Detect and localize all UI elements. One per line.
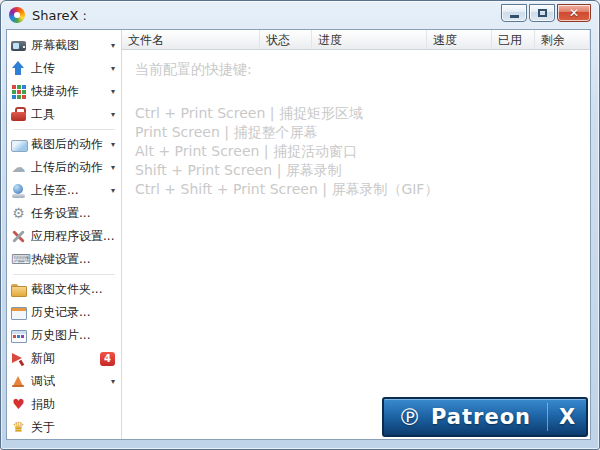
maximize-icon — [538, 9, 547, 17]
column-header[interactable]: 速度 — [427, 30, 492, 49]
hotkey-line: Ctrl + Print Screen | 捕捉矩形区域 — [135, 104, 590, 123]
sidebar-item-label: 任务设置... — [31, 205, 90, 222]
client-area: 屏幕截图▾上传▾快捷动作▾工具▾截图后的动作▾☁上传后的动作▾上传至...▾⚙任… — [6, 29, 591, 440]
hotkey-line: Print Screen | 捕捉整个屏幕 — [135, 123, 590, 142]
sidebar-item-upload[interactable]: 上传▾ — [7, 57, 121, 80]
column-header[interactable]: 已用 — [492, 30, 535, 49]
sidebar-item-label: 捐助 — [31, 396, 55, 413]
sidebar-item-quick-actions[interactable]: 快捷动作▾ — [7, 80, 121, 103]
patreon-banner[interactable]: ℗ Patreon X — [382, 397, 588, 437]
upload-icon — [11, 61, 26, 76]
window-title: ShareX : — [32, 8, 87, 23]
sidebar-item-news[interactable]: 新闻4 — [7, 347, 121, 370]
sidebar-item-app-settings[interactable]: 应用程序设置... — [7, 225, 121, 248]
maximize-button[interactable] — [529, 4, 555, 22]
debug-icon — [11, 374, 26, 389]
after-capture-icon — [11, 137, 26, 152]
history-icon — [11, 305, 26, 320]
hotkey-line: Shift + Print Screen | 屏幕录制 — [135, 161, 590, 180]
sidebar-item-label: 工具 — [31, 106, 55, 123]
toolbox-icon — [11, 107, 26, 122]
sidebar-item-label: 热键设置... — [31, 251, 90, 268]
news-icon — [11, 351, 26, 366]
sidebar-item-screen-capture[interactable]: 屏幕截图▾ — [7, 34, 121, 57]
sidebar-item-label: 上传后的动作 — [31, 159, 103, 176]
chevron-down-icon: ▾ — [111, 140, 115, 149]
sidebar-item-after-capture[interactable]: 截图后的动作▾ — [7, 133, 121, 156]
sidebar-item-label: 上传 — [31, 60, 55, 77]
sidebar: 屏幕截图▾上传▾快捷动作▾工具▾截图后的动作▾☁上传后的动作▾上传至...▾⚙任… — [7, 30, 122, 439]
upload-to-icon — [11, 183, 26, 198]
chevron-down-icon: ▾ — [111, 186, 115, 195]
chevron-down-icon: ▾ — [111, 64, 115, 73]
image-history-icon — [11, 328, 26, 343]
close-icon: ✕ — [569, 6, 579, 20]
patreon-logo-icon: ℗ — [398, 406, 421, 429]
sidebar-item-label: 截图文件夹... — [31, 281, 102, 298]
column-header[interactable]: 进度 — [312, 30, 427, 49]
close-button[interactable]: ✕ — [557, 4, 591, 22]
about-icon: ♛ — [11, 420, 26, 435]
task-list-header: 文件名状态进度速度已用剩余 — [122, 30, 590, 50]
hotkey-line: Ctrl + Shift + Print Screen | 屏幕录制（GIF） — [135, 180, 590, 199]
sidebar-item-screenshots-folder[interactable]: 截图文件夹... — [7, 278, 121, 301]
sidebar-item-label: 快捷动作 — [31, 83, 79, 100]
donate-icon: ♥ — [11, 397, 26, 412]
titlebar[interactable]: ShareX : ✕ — [1, 1, 599, 29]
sidebar-item-debug[interactable]: 调试▾ — [7, 370, 121, 393]
sidebar-item-after-upload[interactable]: ☁上传后的动作▾ — [7, 156, 121, 179]
chevron-down-icon: ▾ — [111, 41, 115, 50]
news-count-badge: 4 — [100, 352, 115, 366]
sidebar-item-toolbox[interactable]: 工具▾ — [7, 103, 121, 126]
chevron-down-icon: ▾ — [111, 377, 115, 386]
sidebar-item-label: 截图后的动作 — [31, 136, 103, 153]
sharex-logo-icon — [9, 7, 25, 23]
screen-capture-icon — [11, 38, 26, 53]
hotkeys-list: Ctrl + Print Screen | 捕捉矩形区域Print Screen… — [135, 104, 590, 199]
sidebar-item-hotkey-settings[interactable]: ⌨热键设置... — [7, 248, 121, 271]
screenshots-folder-icon — [11, 282, 26, 297]
sidebar-item-upload-to[interactable]: 上传至...▾ — [7, 179, 121, 202]
chevron-down-icon: ▾ — [111, 163, 115, 172]
sharex-window: ShareX : ✕ 屏幕截图▾上传▾快捷动作▾工具▾截图后的动作▾☁上传后的动… — [0, 0, 600, 450]
main-panel: 文件名状态进度速度已用剩余 当前配置的快捷键: Ctrl + Print Scr… — [122, 30, 590, 439]
sidebar-item-image-history[interactable]: 历史图片... — [7, 324, 121, 347]
after-upload-icon: ☁ — [11, 160, 26, 175]
sidebar-item-label: 关于 — [31, 419, 55, 436]
patreon-close-button[interactable]: X — [548, 405, 586, 429]
sidebar-item-donate[interactable]: ♥捐助 — [7, 393, 121, 416]
sidebar-item-label: 历史记录... — [31, 304, 90, 321]
sidebar-item-label: 应用程序设置... — [31, 228, 114, 245]
chevron-down-icon: ▾ — [111, 87, 115, 96]
sidebar-separator — [13, 129, 115, 130]
hotkeys-title: 当前配置的快捷键: — [135, 61, 590, 79]
sidebar-item-label: 上传至... — [31, 182, 78, 199]
sidebar-item-task-settings[interactable]: ⚙任务设置... — [7, 202, 121, 225]
minimize-icon — [510, 15, 519, 18]
sidebar-separator — [13, 274, 115, 275]
sidebar-item-history[interactable]: 历史记录... — [7, 301, 121, 324]
task-settings-icon: ⚙ — [11, 206, 26, 221]
window-controls: ✕ — [501, 4, 591, 22]
chevron-down-icon: ▾ — [111, 110, 115, 119]
sidebar-item-about[interactable]: ♛关于 — [7, 416, 121, 439]
quick-actions-icon — [11, 84, 26, 99]
hotkey-settings-icon: ⌨ — [11, 252, 26, 267]
sidebar-item-label: 屏幕截图 — [31, 37, 79, 54]
minimize-button[interactable] — [501, 4, 527, 22]
task-list-content: 当前配置的快捷键: Ctrl + Print Screen | 捕捉矩形区域Pr… — [122, 50, 590, 439]
sidebar-item-label: 调试 — [31, 373, 55, 390]
column-header[interactable]: 剩余 — [535, 30, 590, 49]
sidebar-item-label: 新闻 — [31, 350, 55, 367]
hotkey-line: Alt + Print Screen | 捕捉活动窗口 — [135, 142, 590, 161]
patreon-brand-label: Patreon — [431, 405, 547, 429]
app-settings-icon — [11, 229, 26, 244]
sidebar-item-label: 历史图片... — [31, 327, 90, 344]
column-header[interactable]: 文件名 — [122, 30, 260, 49]
column-header[interactable]: 状态 — [260, 30, 312, 49]
